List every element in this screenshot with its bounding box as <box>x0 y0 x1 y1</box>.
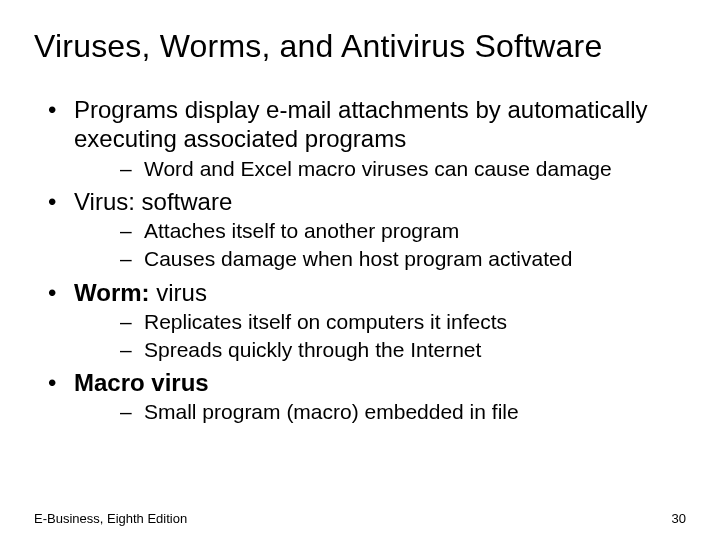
slide: Viruses, Worms, and Antivirus Software P… <box>0 0 720 540</box>
bullet-text-bold: Worm: <box>74 279 150 306</box>
bullet-text: Virus: software <box>74 188 232 215</box>
slide-title: Viruses, Worms, and Antivirus Software <box>34 28 686 65</box>
bullet-text: Programs display e-mail attachments by a… <box>74 96 648 152</box>
list-item: Word and Excel macro viruses can cause d… <box>74 156 686 182</box>
list-item: Worm: virus Replicates itself on compute… <box>34 278 686 362</box>
list-item: Virus: software Attaches itself to anoth… <box>34 187 686 271</box>
page-number: 30 <box>672 511 686 526</box>
footer: E-Business, Eighth Edition 30 <box>34 511 686 526</box>
bullet-text: Attaches itself to another program <box>144 219 459 242</box>
bullet-text: Small program (macro) embedded in file <box>144 400 519 423</box>
sub-list: Attaches itself to another program Cause… <box>74 218 686 271</box>
bullet-text: Word and Excel macro viruses can cause d… <box>144 157 612 180</box>
sub-list: Word and Excel macro viruses can cause d… <box>74 156 686 182</box>
list-item: Macro virus Small program (macro) embedd… <box>34 368 686 425</box>
bullet-text: Spreads quickly through the Internet <box>144 338 481 361</box>
sub-list: Small program (macro) embedded in file <box>74 399 686 425</box>
bullet-text-bold: Macro virus <box>74 369 209 396</box>
list-item: Attaches itself to another program <box>74 218 686 244</box>
list-item: Spreads quickly through the Internet <box>74 337 686 363</box>
bullet-text: virus <box>150 279 207 306</box>
list-item: Causes damage when host program activate… <box>74 246 686 272</box>
footer-left: E-Business, Eighth Edition <box>34 511 187 526</box>
bullet-text: Causes damage when host program activate… <box>144 247 572 270</box>
bullet-list: Programs display e-mail attachments by a… <box>34 95 686 425</box>
list-item: Replicates itself on computers it infect… <box>74 309 686 335</box>
list-item: Programs display e-mail attachments by a… <box>34 95 686 181</box>
sub-list: Replicates itself on computers it infect… <box>74 309 686 362</box>
list-item: Small program (macro) embedded in file <box>74 399 686 425</box>
bullet-text: Replicates itself on computers it infect… <box>144 310 507 333</box>
